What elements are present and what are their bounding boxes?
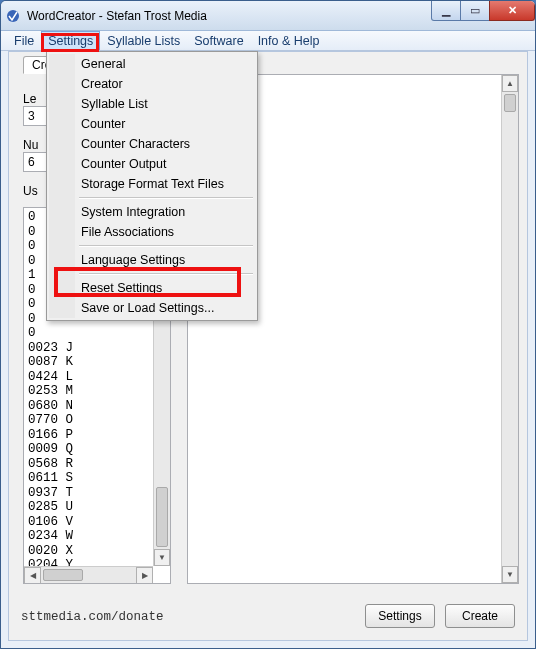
list-scrollbar-horizontal[interactable]: ◀ ▶	[24, 566, 153, 583]
status-text: sttmedia.com/donate	[21, 610, 164, 624]
scroll-down-icon[interactable]: ▼	[154, 549, 170, 566]
dd-language-settings[interactable]: Language Settings	[49, 250, 255, 270]
dd-creator[interactable]: Creator	[49, 74, 255, 94]
dd-system-integration[interactable]: System Integration	[49, 202, 255, 222]
svg-point-0	[7, 10, 19, 22]
dd-counter-characters[interactable]: Counter Characters	[49, 134, 255, 154]
dd-reset-settings[interactable]: Reset Settings	[49, 278, 255, 298]
menu-info-help[interactable]: Info & Help	[251, 31, 327, 50]
menu-software[interactable]: Software	[187, 31, 250, 50]
menu-syllable-lists[interactable]: Syllable Lists	[100, 31, 187, 50]
scroll-down-icon[interactable]: ▼	[502, 566, 518, 583]
minimize-button[interactable]: ▁	[431, 1, 461, 21]
menu-file[interactable]: File	[7, 31, 41, 50]
dd-counter-output[interactable]: Counter Output	[49, 154, 255, 174]
dd-storage-format[interactable]: Storage Format Text Files	[49, 174, 255, 194]
dropdown-separator	[79, 197, 253, 199]
dropdown-separator	[79, 245, 253, 247]
scroll-thumb-vertical[interactable]	[504, 94, 516, 112]
scroll-up-icon[interactable]: ▲	[502, 75, 518, 92]
menubar: File Settings Syllable Lists Software In…	[1, 31, 535, 51]
maximize-button[interactable]: ▭	[460, 1, 490, 21]
dd-syllable-list[interactable]: Syllable List	[49, 94, 255, 114]
dd-counter[interactable]: Counter	[49, 114, 255, 134]
app-window: WordCreator - Stefan Trost Media ▁ ▭ ✕ F…	[0, 0, 536, 649]
dd-general[interactable]: General	[49, 54, 255, 74]
close-button[interactable]: ✕	[489, 1, 535, 21]
window-title: WordCreator - Stefan Trost Media	[27, 9, 207, 23]
app-icon	[5, 8, 21, 24]
settings-button[interactable]: Settings	[365, 604, 435, 628]
scroll-thumb-vertical[interactable]	[156, 487, 168, 547]
scroll-left-icon[interactable]: ◀	[24, 567, 41, 584]
output-scrollbar-vertical[interactable]: ▲ ▼	[501, 75, 518, 583]
menu-settings[interactable]: Settings	[41, 31, 100, 50]
window-controls: ▁ ▭ ✕	[432, 1, 535, 21]
settings-dropdown: General Creator Syllable List Counter Co…	[46, 51, 258, 321]
dd-file-associations[interactable]: File Associations	[49, 222, 255, 242]
scroll-right-icon[interactable]: ▶	[136, 567, 153, 584]
dropdown-separator	[79, 273, 253, 275]
titlebar[interactable]: WordCreator - Stefan Trost Media ▁ ▭ ✕	[1, 1, 535, 31]
dd-save-load[interactable]: Save or Load Settings...	[49, 298, 255, 318]
create-button[interactable]: Create	[445, 604, 515, 628]
scroll-thumb-horizontal[interactable]	[43, 569, 83, 581]
